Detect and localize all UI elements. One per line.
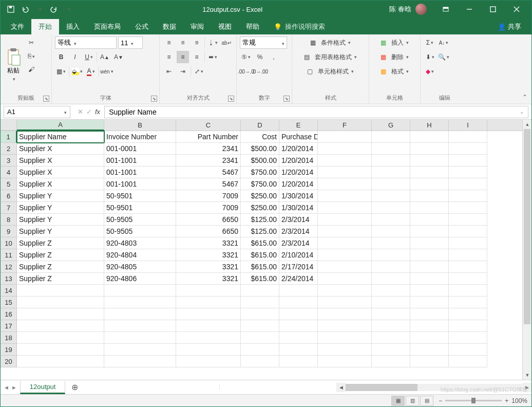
cell[interactable]: 1/20/2014 [279, 143, 318, 155]
column-header[interactable]: D [241, 120, 279, 131]
cell[interactable]: 7009 [176, 202, 241, 214]
cell[interactable] [104, 308, 176, 320]
cell[interactable] [241, 320, 279, 332]
cell[interactable]: Supplier X [17, 178, 104, 190]
tab-layout[interactable]: 页面布局 [87, 19, 128, 34]
cell[interactable] [449, 190, 487, 202]
cell[interactable] [318, 249, 372, 261]
cell[interactable] [410, 320, 449, 332]
cell[interactable] [318, 308, 372, 320]
font-color-button[interactable]: A [85, 65, 97, 78]
increase-indent-button[interactable]: ⇥ [177, 65, 189, 78]
cell[interactable] [104, 297, 176, 308]
cell[interactable]: 5467 [176, 166, 241, 178]
cut-button[interactable]: ✂ [25, 36, 37, 49]
cell[interactable] [449, 237, 487, 249]
column-header[interactable]: A [17, 120, 104, 131]
align-middle-button[interactable]: ≡ [177, 36, 189, 49]
row-header[interactable]: 17 [1, 320, 17, 332]
qat-customize[interactable] [61, 2, 75, 16]
scroll-down-arrow[interactable]: ▼ [523, 371, 531, 380]
cell[interactable] [17, 285, 104, 297]
number-dialog[interactable]: ⬊ [283, 96, 290, 102]
cell[interactable]: 3321 [176, 273, 241, 285]
fill-button[interactable]: ⬇ [424, 51, 436, 63]
cell[interactable] [372, 356, 410, 367]
clipboard-dialog[interactable]: ⬊ [43, 96, 49, 102]
sheet-nav[interactable]: ◄► [1, 384, 20, 391]
row-header[interactable]: 15 [1, 297, 17, 308]
cell[interactable]: 1/30/2014 [279, 202, 318, 214]
cell[interactable]: 50-9501 [104, 202, 176, 214]
cell[interactable] [318, 166, 372, 178]
delete-cells-button[interactable]: ▦ 删除 [372, 51, 417, 63]
column-header[interactable]: F [318, 120, 372, 131]
cell[interactable] [449, 261, 487, 273]
hscroll-thumb[interactable] [346, 384, 417, 391]
tab-help[interactable]: 帮助 [239, 19, 267, 34]
format-as-table-button[interactable]: ▤ 套用表格格式 [295, 51, 366, 63]
cell[interactable] [318, 297, 372, 308]
share-button[interactable]: 👤 共享 [490, 19, 528, 34]
row-header[interactable]: 11 [1, 249, 17, 261]
cell[interactable]: 50-9505 [104, 226, 176, 237]
wrap-text-button[interactable]: ab↵ [220, 36, 233, 49]
vscroll-thumb[interactable] [524, 129, 530, 324]
cell[interactable]: 2341 [176, 155, 241, 166]
cell[interactable]: 2341 [176, 143, 241, 155]
cell[interactable]: $250.00 [241, 202, 279, 214]
page-break-view-button[interactable]: ▤ [420, 396, 433, 406]
cell[interactable]: 3321 [176, 249, 241, 261]
cell[interactable] [17, 356, 104, 367]
conditional-format-button[interactable]: ▦ 条件格式 [295, 36, 366, 49]
column-header[interactable]: H [410, 120, 449, 131]
sheet-tab-active[interactable]: 12output [20, 381, 66, 394]
cell[interactable] [17, 308, 104, 320]
cell[interactable] [17, 332, 104, 344]
cell[interactable] [449, 332, 487, 344]
zoom-in-button[interactable]: + [505, 397, 508, 404]
format-cells-button[interactable]: ▦ 格式 [372, 65, 417, 78]
find-select-button[interactable]: 🔍 [438, 51, 450, 63]
align-top-button[interactable]: ≡ [163, 36, 175, 49]
page-layout-view-button[interactable]: ▥ [406, 396, 419, 406]
fill-color-button[interactable]: ⬙ [71, 65, 83, 78]
cell[interactable]: 2/3/2014 [279, 214, 318, 226]
cell[interactable]: Cost [241, 131, 279, 143]
orientation-button[interactable]: ⭭ [206, 36, 219, 49]
row-header[interactable]: 16 [1, 308, 17, 320]
cell[interactable]: 920-4803 [104, 237, 176, 249]
cell[interactable] [176, 297, 241, 308]
cell[interactable]: 1/20/2014 [279, 166, 318, 178]
scroll-up-arrow[interactable]: ▲ [523, 120, 531, 129]
cell[interactable]: $750.00 [241, 166, 279, 178]
row-header[interactable]: 19 [1, 344, 17, 356]
sort-filter-button[interactable]: A↓ [438, 36, 450, 49]
column-header[interactable]: B [104, 120, 176, 131]
cell[interactable] [372, 237, 410, 249]
cell[interactable]: $500.00 [241, 155, 279, 166]
cell[interactable]: Supplier Y [17, 190, 104, 202]
cell[interactable] [318, 261, 372, 273]
cell[interactable] [104, 320, 176, 332]
cell[interactable] [241, 285, 279, 297]
border-button[interactable]: ▦ [55, 65, 67, 78]
cell[interactable]: 7009 [176, 190, 241, 202]
cell[interactable]: $615.00 [241, 237, 279, 249]
cell[interactable] [104, 285, 176, 297]
cell[interactable] [176, 285, 241, 297]
cell[interactable] [449, 178, 487, 190]
cell[interactable] [318, 237, 372, 249]
cell[interactable] [410, 344, 449, 356]
row-header[interactable]: 5 [1, 178, 17, 190]
fx-icon[interactable]: fx [95, 108, 100, 116]
cell[interactable]: 001-0001 [104, 143, 176, 155]
align-center-button[interactable]: ≡ [177, 51, 189, 63]
tab-data[interactable]: 数据 [156, 19, 183, 34]
cell[interactable] [372, 143, 410, 155]
cell[interactable] [410, 166, 449, 178]
autosum-button[interactable]: Σ [424, 36, 436, 49]
tab-view[interactable]: 视图 [211, 19, 239, 34]
cell[interactable] [449, 320, 487, 332]
tab-insert[interactable]: 插入 [59, 19, 87, 34]
